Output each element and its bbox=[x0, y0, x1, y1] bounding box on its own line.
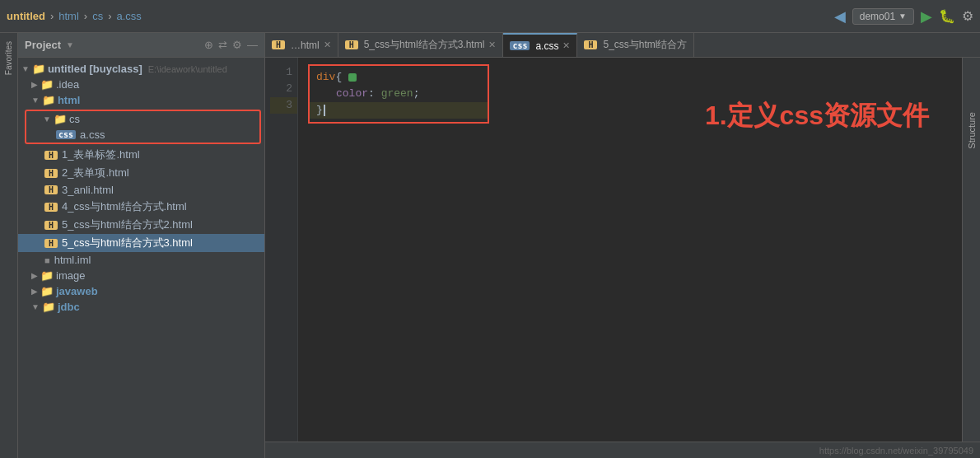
jdbc-folder-icon: 📁 bbox=[42, 301, 55, 313]
tree-root-label: untitled [buyclass] bbox=[48, 63, 142, 75]
tree-file-6[interactable]: H 5_css与html结合方式3.html bbox=[18, 234, 264, 252]
tree-file-5[interactable]: H 5_css与html结合方式2.html bbox=[18, 216, 264, 234]
tree-cs-folder[interactable]: ▼ 📁 cs bbox=[26, 111, 259, 127]
code-editor[interactable]: div{ color: green; } 1.定义css资源文 bbox=[298, 58, 962, 442]
tree-cs-label: cs bbox=[69, 113, 80, 125]
sidebar-tab-structure[interactable]: Structure bbox=[964, 107, 979, 154]
javaweb-folder-icon: 📁 bbox=[40, 285, 54, 297]
image-chevron-icon: ▶ bbox=[31, 271, 38, 280]
tab-acss[interactable]: css a.css ✕ bbox=[503, 33, 577, 57]
debug-icon[interactable]: 🐛 bbox=[939, 8, 955, 24]
acss-badge: css bbox=[56, 130, 76, 139]
project-minimize-icon[interactable]: — bbox=[247, 39, 258, 51]
jdbc-chevron-icon: ▼ bbox=[31, 302, 40, 311]
title-sep3: › bbox=[108, 10, 111, 22]
code-line-3: } bbox=[310, 102, 488, 119]
bottom-bar: https://blog.csdn.net/weixin_39795049 bbox=[265, 442, 980, 458]
tree-image-label: image bbox=[56, 269, 85, 282]
root-chevron-icon: ▼ bbox=[21, 64, 30, 73]
image-folder-icon: 📁 bbox=[40, 269, 54, 282]
tab-html-truncated[interactable]: H …html ✕ bbox=[265, 33, 338, 57]
tab3-icon: css bbox=[510, 41, 530, 50]
tree-file-3-label: 3_anli.html bbox=[62, 184, 114, 196]
tree-html-label: html bbox=[58, 94, 80, 106]
idea-folder-icon: 📁 bbox=[40, 78, 54, 91]
tab-css3[interactable]: H 5_css与html结合方式3.html ✕ bbox=[338, 33, 504, 57]
code-value: green bbox=[381, 87, 413, 100]
tab-css-combine[interactable]: H 5_css与html结合方 bbox=[577, 33, 694, 57]
tree-html-folder[interactable]: ▼ 📁 html bbox=[18, 92, 264, 108]
tree-idea-folder[interactable]: ▶ 📁 .idea bbox=[18, 77, 264, 92]
tree-jdbc-folder[interactable]: ▼ 📁 jdbc bbox=[18, 299, 264, 315]
html-chevron-icon: ▼ bbox=[31, 96, 40, 105]
project-dropdown-icon[interactable]: ▼ bbox=[66, 40, 74, 49]
title-folder2[interactable]: cs bbox=[92, 10, 103, 22]
tree-file-2[interactable]: H 2_表单项.html bbox=[18, 164, 264, 182]
title-sep2: › bbox=[84, 10, 87, 22]
html4-badge: H bbox=[44, 203, 58, 212]
tree-file-2-label: 2_表单项.html bbox=[62, 166, 129, 180]
left-sidebar-tabs: Favorites bbox=[0, 33, 18, 458]
code-colon: : bbox=[368, 87, 381, 100]
run-icon[interactable]: ▶ bbox=[921, 7, 932, 26]
tree-iml-label: html.iml bbox=[54, 254, 91, 266]
code-line-1: div{ bbox=[316, 69, 481, 86]
tab3-close[interactable]: ✕ bbox=[562, 40, 570, 51]
javaweb-chevron-icon: ▶ bbox=[31, 287, 38, 296]
tab3-label: a.css bbox=[535, 40, 558, 52]
project-sync-icon[interactable]: ⇄ bbox=[218, 39, 227, 51]
project-settings-icon[interactable]: ⚙ bbox=[232, 39, 242, 51]
iml-icon: ■ bbox=[44, 255, 50, 265]
run-config-dropdown-icon[interactable]: ▼ bbox=[898, 12, 907, 21]
title-file: a.css bbox=[117, 10, 142, 22]
project-tree: ▼ 📁 untitled [buyclass] E:\ideawork\unti… bbox=[18, 58, 264, 458]
run-config-selector[interactable]: demo01 ▼ bbox=[852, 8, 914, 25]
annotation-text: 1.定义css资源文件 bbox=[705, 107, 929, 124]
code-prop: color bbox=[336, 87, 368, 100]
html6-badge: H bbox=[44, 239, 58, 248]
line-numbers: 1 2 3 bbox=[265, 58, 298, 442]
code-brace-open: { bbox=[335, 69, 342, 86]
run-config-label: demo01 bbox=[860, 11, 895, 22]
tab1-close[interactable]: ✕ bbox=[324, 40, 331, 50]
right-sidebar-tabs: Structure bbox=[962, 58, 980, 442]
tree-image-folder[interactable]: ▶ 📁 image bbox=[18, 268, 264, 283]
tab4-label: 5_css与html结合方 bbox=[603, 38, 687, 52]
tree-root-path: E:\ideawork\untitled bbox=[148, 64, 227, 74]
title-project[interactable]: untitled bbox=[7, 10, 45, 22]
titlebar-icons: ◀ demo01 ▼ ▶ 🐛 ⚙ bbox=[834, 7, 973, 26]
sidebar-tab-favorites[interactable]: Favorites bbox=[2, 36, 16, 80]
titlebar: untitled › html › cs › a.css ◀ demo01 ▼ … bbox=[0, 0, 980, 33]
project-header: Project ▼ ⊕ ⇄ ⚙ — bbox=[18, 33, 264, 58]
tree-file-3[interactable]: H 3_anli.html bbox=[18, 182, 264, 198]
code-line-2: color: green; bbox=[316, 86, 481, 102]
tree-file-6-label: 5_css与html结合方式3.html bbox=[62, 236, 193, 250]
tree-file-5-label: 5_css与html结合方式2.html bbox=[62, 217, 193, 232]
cursor bbox=[324, 105, 325, 116]
editor-content: 1 2 3 div{ color: green; bbox=[265, 58, 980, 442]
tab2-close[interactable]: ✕ bbox=[488, 40, 496, 50]
settings-icon[interactable]: ⚙ bbox=[962, 8, 973, 24]
project-title: Project bbox=[25, 39, 61, 51]
tab4-icon: H bbox=[584, 40, 597, 49]
title-folder1[interactable]: html bbox=[58, 10, 79, 22]
cs-highlight-box: ▼ 📁 cs css a.css bbox=[25, 110, 261, 144]
back-icon[interactable]: ◀ bbox=[834, 7, 846, 26]
root-folder-icon: 📁 bbox=[32, 63, 45, 75]
code-brace-close: } bbox=[316, 102, 323, 119]
tree-acss-label: a.css bbox=[80, 129, 105, 141]
html1-badge: H bbox=[44, 151, 58, 160]
html-folder-icon: 📁 bbox=[42, 94, 55, 106]
project-add-icon[interactable]: ⊕ bbox=[204, 39, 213, 51]
tree-file-4[interactable]: H 4_css与html结合方式.html bbox=[18, 198, 264, 216]
code-highlight-box: div{ color: green; } bbox=[308, 64, 489, 124]
idea-chevron-icon: ▶ bbox=[31, 80, 38, 89]
tree-html-iml[interactable]: ■ html.iml bbox=[18, 252, 264, 268]
tree-root[interactable]: ▼ 📁 untitled [buyclass] E:\ideawork\unti… bbox=[18, 61, 264, 77]
tree-acss-file[interactable]: css a.css bbox=[26, 127, 259, 143]
html2-badge: H bbox=[44, 169, 58, 178]
project-panel: Project ▼ ⊕ ⇄ ⚙ — ▼ 📁 untitled [buyclass… bbox=[18, 33, 265, 458]
code-selector: div bbox=[316, 69, 335, 86]
tree-file-1[interactable]: H 1_表单标签.html bbox=[18, 146, 264, 164]
tree-javaweb-folder[interactable]: ▶ 📁 javaweb bbox=[18, 283, 264, 299]
